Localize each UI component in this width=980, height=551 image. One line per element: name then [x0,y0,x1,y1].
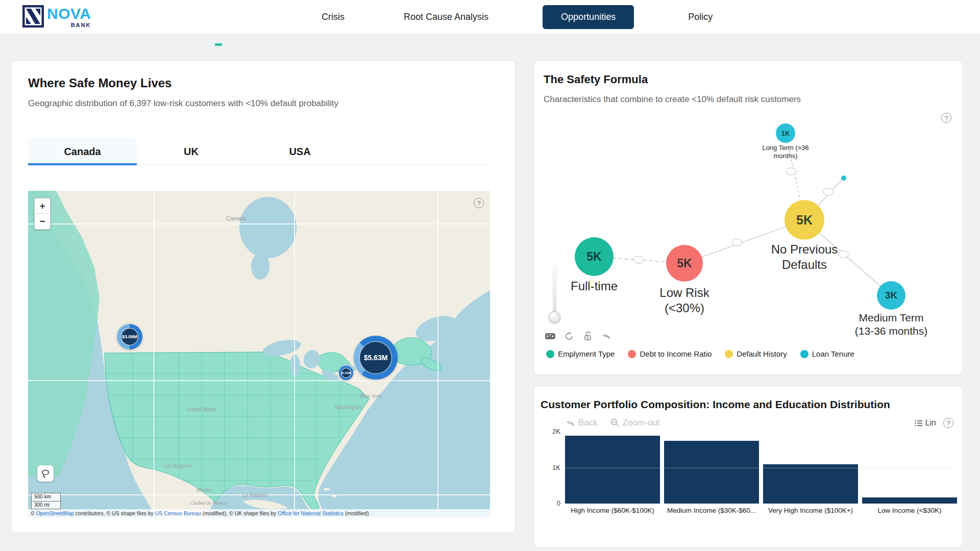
portfolio-panel: Customer Portfolio Composition: Income a… [533,386,963,548]
zoom-out-button[interactable]: Zoom-out [610,418,660,428]
map-panel-subtitle: Geographic distribution of 6,397 low-ris… [28,98,338,109]
map-label-mexico: México [197,487,213,493]
map-scale-km: 500 km [31,493,61,501]
node-bubble[interactable]: 5K [666,245,703,282]
legend-employment-type[interactable]: Emplyment Type [546,349,615,358]
top-nav: NOVA BANK Crisis Root Cause Analysis Opp… [0,0,980,34]
map-bubble-vancouver[interactable]: $3.09M [117,324,142,349]
legend-loan-tenure[interactable]: Loan Tenure [800,349,854,358]
tab-usa[interactable]: USA [246,138,354,165]
logo-name: NOVA [47,5,91,22]
refresh-icon[interactable] [563,330,575,342]
legend-debt-to-income[interactable]: Debt to Income Ratio [628,349,712,358]
portfolio-bar-chart: Back Zoom-out Lin ? 2K 1K 0 High Income … [534,386,964,548]
legend-dot-cyan [800,350,808,358]
nova-bank-logo[interactable]: NOVA BANK [22,5,91,28]
legend-dot-teal [546,350,554,358]
node-label: Low Risk [659,286,709,300]
node-label: months) [774,152,798,160]
map-canvas[interactable]: Canada United States New York Washington… [28,191,490,517]
bubble-value: $5.63M [359,341,392,374]
map-label-ciudad-de-mexico: Ciudad de México [190,500,227,506]
edge-weight-badge [823,188,834,195]
chart-help-icon[interactable]: ? [943,418,953,428]
magnifier-minus-icon [610,418,620,428]
map-zoom-controls: + − [34,198,51,230]
map-scale-mi: 300 mi [31,501,61,509]
bubble-value: $1.63M [341,368,351,378]
map-label-new-york: New York [360,393,382,399]
bar-3[interactable] [862,497,957,504]
x-label-3: Low Income (<$30K) [862,507,957,514]
map-zoom-out-button[interactable]: − [35,214,50,229]
edge-weight-badge [838,251,848,258]
tab-uk[interactable]: UK [137,138,246,165]
bubble-value: $3.09M [121,328,138,345]
safety-formula-panel: The Safety Formula Characteristics that … [533,60,963,375]
y-tick-0: 0 [542,499,560,507]
network-zoom-slider-thumb[interactable] [549,311,560,323]
unlock-icon[interactable] [582,330,594,342]
chart-controls: Back Zoom-out [566,418,660,428]
network-legend: Emplyment Type Debt to Income Ratio Defa… [546,349,854,358]
nav-item-crisis[interactable]: Crisis [316,6,350,29]
legend-default-history[interactable]: Default History [725,349,787,358]
node-bubble[interactable]: 3K [877,281,905,310]
lasso-select-icon[interactable] [37,465,54,482]
gridline-1k-overlay [565,468,957,468]
map-label-la-habana: La Habana [242,492,267,498]
node-label: (13-36 months) [855,325,927,337]
map-label-united-states: United States [186,407,217,412]
safety-network-chart[interactable]: 5K Full-time 5K Low Risk (<30%) 5K No Pr… [534,61,963,374]
map-bubble-toronto[interactable]: $1.63M [339,366,353,380]
list-icon [915,420,922,427]
map-label-washington: Washington [334,405,361,410]
node-label: Defaults [782,258,827,272]
map-label-canada: Canada [226,215,246,221]
edge-weight-badge [732,239,742,246]
map-attribution: © OpenStreetMap contributors, © US shape… [28,509,490,517]
portfolio-xlabels: High Income ($60K-$100K)Medium Income ($… [565,507,957,514]
node-bubble[interactable]: 1K [776,123,795,143]
node-bubble[interactable]: 5K [785,200,824,240]
map-bubble-montreal[interactable]: $5.63M [354,336,398,380]
network-satellite-dot [841,176,846,181]
bar-2[interactable] [763,464,858,504]
map-help-icon[interactable]: ? [474,198,484,208]
tab-canada[interactable]: Canada [28,138,137,165]
node-label: Medium Term [859,312,924,324]
edge-weight-badge [786,168,796,175]
map-zoom-in-button[interactable]: + [35,198,50,214]
back-arrow-icon [566,418,576,428]
x-label-2: Very High Income ($100K+) [763,507,858,514]
nav-item-opportunities[interactable]: Opportunities [543,5,634,29]
linear-scale-toggle[interactable]: Lin [915,418,936,428]
back-button[interactable]: Back [566,418,598,428]
bar-1[interactable] [664,441,759,504]
fit-view-icon[interactable] [544,330,556,342]
node-label: Long Term (>36 [762,144,808,152]
map-panel-title: Where Safe Money Lives [28,76,172,90]
country-tabs: Canada UK USA [28,138,490,165]
node-bubble[interactable]: 5K [575,237,614,276]
edge-weight-badge [633,256,644,263]
network-toolbar [544,330,613,342]
where-safe-money-lives-panel: Where Safe Money Lives Geographic distri… [11,60,516,533]
legend-dot-red [628,350,636,358]
nav-item-root-cause[interactable]: Root Cause Analysis [399,6,494,29]
node-label: Full-time [571,279,618,293]
legend-dot-yellow [725,350,733,358]
stray-map-fragment [215,43,222,46]
logo-sub: BANK [71,22,91,28]
nova-logo-icon [22,5,44,28]
undo-icon[interactable] [601,330,613,342]
node-label: No Previous [771,242,838,257]
nav-item-policy[interactable]: Policy [683,6,718,29]
y-tick-2k: 2K [542,428,560,435]
bar-0[interactable] [565,436,660,504]
census-link[interactable]: US Census Bureau [155,510,201,516]
osm-link[interactable]: OpenStreetMap [36,510,74,516]
map-label-los-angeles: Los Angeles [164,463,192,469]
ons-link[interactable]: Office for National Statistics [278,510,344,516]
y-tick-1k: 1K [542,464,560,471]
